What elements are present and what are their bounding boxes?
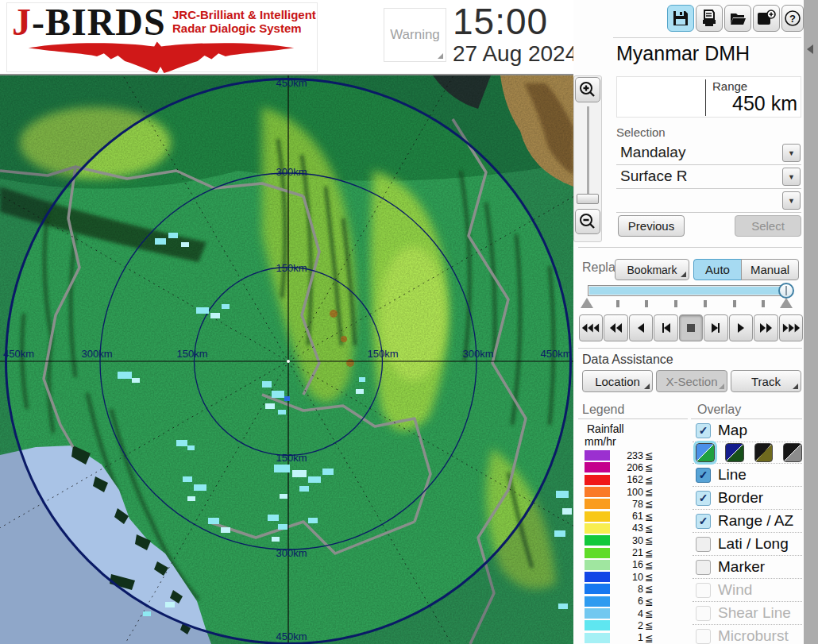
legend-underline: [578, 418, 688, 419]
timeline-end-marker[interactable]: [780, 298, 793, 308]
product-dropdown-button[interactable]: ▼: [782, 168, 801, 186]
checkbox-icon[interactable]: ✓: [696, 537, 711, 552]
separator: [578, 348, 802, 349]
overlay-item-shear-line: ✓Shear Line: [693, 602, 802, 625]
legend-value: 4: [610, 608, 643, 619]
checkbox-icon[interactable]: ✓: [696, 606, 711, 621]
clock-time: 15:00: [453, 0, 548, 43]
legend-scale: 233≦206≦162≦100≦78≦61≦43≦30≦21≦16≦10≦8≦6…: [585, 449, 660, 644]
legend-color-swatch: [585, 608, 610, 619]
zoom-slider-track[interactable]: [587, 106, 589, 200]
checkbox-icon[interactable]: ✓: [696, 560, 711, 575]
panel-collapse-icon[interactable]: [807, 44, 813, 54]
replay-play-backward-button[interactable]: [629, 314, 653, 341]
overlay-item-range-az[interactable]: ✓Range / AZ: [693, 510, 802, 533]
replay-stop-button[interactable]: [679, 314, 703, 341]
legend-color-swatch: [585, 462, 610, 472]
print-button[interactable]: [696, 5, 723, 32]
svg-text:300km: 300km: [276, 166, 307, 178]
add-image-button[interactable]: [753, 5, 780, 32]
previous-button[interactable]: Previous: [618, 215, 685, 237]
overlay-item-label: Wind: [718, 581, 752, 599]
stop-icon: [686, 323, 696, 333]
replay-auto-button[interactable]: Auto: [693, 259, 742, 280]
radar-site-dot: [287, 360, 290, 363]
product-dropdown[interactable]: Surface R ▼: [616, 165, 801, 189]
overlay-item-label: Shear Line: [718, 604, 791, 622]
svg-text:450km: 450km: [276, 631, 307, 642]
legend-color-swatch: [585, 511, 610, 522]
replay-manual-button[interactable]: Manual: [741, 259, 799, 280]
timeline-tick: [762, 300, 765, 307]
overlay-item-marker[interactable]: ✓Marker: [693, 556, 802, 579]
legend-operator: ≦: [645, 571, 653, 583]
legend-value: 21: [610, 547, 643, 558]
legend-unit: mm/hr: [585, 435, 616, 448]
replay-timeline-slider[interactable]: [588, 285, 788, 296]
save-button[interactable]: [667, 5, 694, 32]
legend-operator: ≦: [645, 449, 653, 461]
fast-forward-icon: [758, 322, 774, 334]
open-folder-button[interactable]: [724, 5, 751, 32]
overlay-item-map[interactable]: ✓Map: [693, 419, 802, 442]
replay-step-backward-button[interactable]: [654, 314, 677, 341]
map-style-swatch-1[interactable]: [696, 443, 715, 462]
legend-row: 2≦: [585, 619, 660, 631]
zoom-in-button[interactable]: [575, 77, 600, 102]
xsection-button[interactable]: X-Section: [656, 370, 727, 392]
fast-rewind-icon: [608, 322, 624, 334]
legend-row: 43≦: [585, 523, 660, 534]
overlay-item-label: Map: [718, 422, 747, 439]
zoom-out-button[interactable]: [575, 209, 600, 234]
legend-value: 2: [610, 620, 643, 631]
map-style-swatch-2[interactable]: [725, 443, 744, 462]
bookmark-button[interactable]: Bookmark: [615, 259, 689, 280]
legend-operator: ≦: [645, 498, 653, 510]
overlay-item-border[interactable]: ✓Border: [693, 487, 802, 510]
replay-fast-forward-button[interactable]: [754, 314, 777, 341]
help-button[interactable]: ?: [781, 5, 804, 32]
site-dropdown[interactable]: Mandalay ▼: [616, 141, 801, 165]
map-style-swatch-3[interactable]: [754, 443, 774, 462]
replay-skip-end-button[interactable]: [779, 314, 803, 341]
replay-step-forward-button[interactable]: [704, 314, 727, 341]
checkbox-icon[interactable]: ✓: [696, 583, 711, 598]
site-dropdown-button[interactable]: ▼: [782, 144, 801, 162]
checkbox-icon[interactable]: ✓: [696, 468, 711, 483]
map-zoom-control: [573, 75, 602, 242]
chevron-down-icon: ▼: [788, 149, 795, 157]
warning-button[interactable]: Warning: [384, 8, 446, 62]
legend-color-swatch: [585, 535, 610, 546]
replay-play-button[interactable]: [729, 314, 753, 341]
zoom-in-icon: [579, 81, 596, 98]
select-button[interactable]: Select: [735, 215, 801, 237]
station-title: Myanmar DMH: [616, 42, 750, 65]
option-dropdown-button[interactable]: ▼: [782, 191, 801, 210]
replay-fast-rewind-button[interactable]: [604, 314, 627, 341]
checkbox-icon[interactable]: ✓: [696, 491, 711, 506]
radar-map[interactable]: 450km 300km 150km 150km 300km 450km 450k…: [0, 75, 573, 644]
overlay-item-label: Border: [718, 489, 763, 507]
legend-value: 61: [610, 511, 643, 522]
track-button[interactable]: Track: [731, 370, 801, 392]
timeline-start-marker[interactable]: [581, 298, 593, 308]
legend-operator: ≦: [645, 486, 653, 498]
replay-slider-handle[interactable]: [778, 283, 794, 299]
checkbox-icon[interactable]: ✓: [696, 629, 711, 644]
step-backward-icon: [660, 322, 673, 334]
location-button[interactable]: Location: [582, 370, 653, 392]
overlay-item-line[interactable]: ✓Line: [693, 464, 802, 487]
legend-color-swatch: [585, 633, 610, 643]
map-style-swatch-4[interactable]: [783, 443, 802, 462]
zoom-slider-handle[interactable]: [577, 194, 599, 204]
product-dropdown-value: Surface R: [620, 168, 687, 185]
header-bar: J-BIRDS JRC-Brilliant & Intelligent Rada…: [0, 0, 602, 75]
overlay-item-lati-long[interactable]: ✓Lati / Long: [693, 533, 802, 556]
legend-color-swatch: [585, 596, 610, 607]
checkbox-icon[interactable]: ✓: [696, 514, 711, 529]
option-dropdown[interactable]: ▼: [616, 189, 801, 213]
panel-edge-strip: [804, 0, 818, 644]
replay-timeline-fill: [589, 287, 782, 295]
replay-skip-start-button[interactable]: [579, 314, 603, 341]
checkbox-icon[interactable]: ✓: [696, 423, 711, 438]
